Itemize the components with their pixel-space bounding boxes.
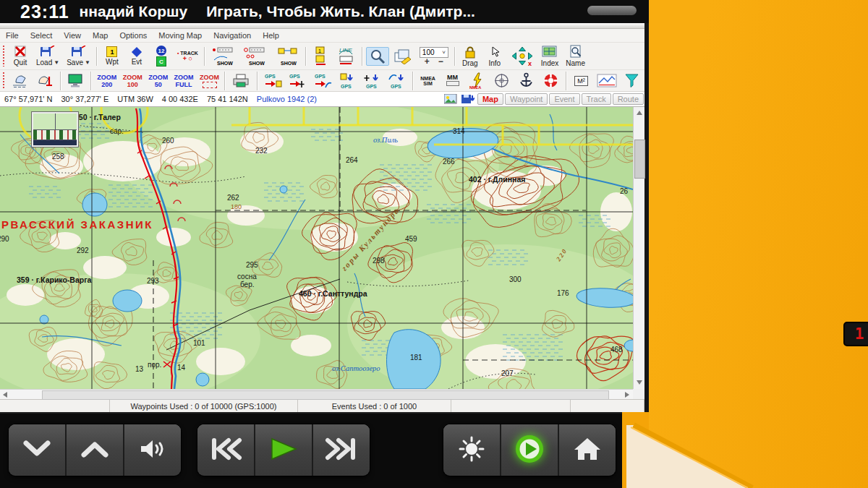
mode-button-event[interactable]: Event (549, 93, 579, 105)
name-search-button[interactable]: Name (563, 43, 588, 69)
toolbar-separator (362, 47, 363, 66)
toolbar-separator (412, 72, 414, 90)
svg-text:оз.Саптоозеро: оз.Саптоозеро (332, 364, 380, 372)
waypoint-marker-badge: 1 (843, 322, 868, 346)
menu-item-file[interactable]: File (0, 31, 25, 40)
nmea-simulator-button[interactable]: NMEASIM (417, 74, 440, 87)
zoom-full-button[interactable]: ZOOMFULL (171, 72, 195, 90)
scroll-up-arrow[interactable] (637, 111, 642, 115)
scroll-down-arrow[interactable] (637, 380, 642, 385)
volume-icon (136, 437, 169, 464)
nav-pad-button[interactable]: x (508, 44, 537, 68)
next-track-button[interactable] (313, 424, 370, 476)
svg-text:сосна: сосна (237, 273, 257, 281)
show-events-button[interactable]: SHOW (240, 45, 271, 67)
show-tracks-button[interactable]: SHOW (272, 45, 302, 67)
svg-text:GPS: GPS (265, 74, 276, 79)
menu-item-moving-map[interactable]: Moving Map (153, 31, 208, 40)
drag-lock-button[interactable]: Drag (459, 44, 482, 69)
svg-text:293: 293 (147, 277, 159, 285)
get-route-gps-button[interactable]: GPS (386, 71, 409, 91)
waypoint-button[interactable]: 1Wpt (101, 45, 124, 67)
map-features-button[interactable]: 12C (150, 44, 173, 68)
moving-map-button[interactable]: MM (441, 74, 464, 87)
save-button[interactable]: Save▼ (64, 44, 93, 68)
menu-item-options[interactable]: Options (114, 31, 153, 40)
prev-track-button[interactable] (197, 424, 255, 476)
svg-text:бер.: бер. (240, 281, 255, 288)
pan-ruler-button[interactable] (9, 72, 33, 90)
coordinate-bar: 67° 57,971' N30° 37,277' EUTM 36W4 00 43… (0, 92, 644, 107)
mode-button-waypoint[interactable]: Waypoint (505, 93, 548, 105)
image-tool-icon[interactable] (444, 94, 457, 104)
menu-item-help[interactable]: Help (257, 31, 285, 40)
send-wpt-gps-button[interactable]: GPS (261, 71, 285, 91)
quit-button[interactable]: Quit (9, 44, 32, 68)
profile-chart-button[interactable] (595, 72, 619, 89)
event-button[interactable]: Evt (125, 46, 148, 67)
play-button[interactable] (255, 424, 313, 476)
magnifier-button[interactable] (366, 47, 389, 66)
play-circle-button[interactable] (501, 424, 559, 476)
filter-button[interactable] (621, 72, 644, 90)
chevron-up-button[interactable] (67, 424, 124, 476)
chevron-down-icon (20, 439, 54, 462)
mode-button-map[interactable]: Map (477, 93, 503, 105)
coord-readout-1: 30° 37,277' E (56, 95, 113, 103)
map-index-button[interactable]: Index (538, 43, 561, 69)
svg-text:459: 459 (405, 235, 417, 243)
brightness-button[interactable] (443, 424, 501, 476)
waypoint-list-button[interactable]: 1 (310, 45, 333, 67)
home-button[interactable] (559, 424, 616, 476)
volume-button[interactable] (124, 424, 181, 476)
mode-button-route[interactable]: Route (613, 93, 644, 105)
zoom-50-button[interactable]: ZOOM50 (146, 72, 170, 90)
pin-tool-button[interactable] (33, 72, 57, 90)
show-waypoints-button[interactable]: SHOW (208, 45, 239, 67)
info-pointer-button[interactable]: Info (483, 44, 506, 69)
get-wpt-gps-button[interactable]: GPS (336, 71, 359, 91)
vertical-scrollbar[interactable] (633, 107, 644, 389)
position-fix-button[interactable] (490, 71, 514, 90)
scroll-right-arrow[interactable] (625, 392, 629, 398)
map-canvas[interactable]: 250 · г.Талерсар.258260оз.Пиль3142322642… (0, 107, 633, 389)
save-position-icon[interactable] (461, 94, 475, 104)
nmea-button[interactable]: NMEA (466, 71, 489, 91)
zoom-100-button[interactable]: ZOOM100 (120, 72, 144, 90)
menu-item-navigation[interactable]: Navigation (208, 31, 257, 40)
chevron-down-button[interactable] (9, 424, 67, 476)
menu-item-map[interactable]: Map (87, 31, 114, 40)
send-route-gps-button[interactable]: GPS (311, 71, 335, 91)
zoom-200-button[interactable]: ZOOM200 (95, 72, 119, 90)
screen-capture-button[interactable] (64, 72, 88, 90)
area-calc-button[interactable]: M² (570, 74, 593, 87)
horizontal-scrollbar[interactable] (0, 389, 633, 399)
clock: 23:11 (20, 1, 69, 22)
load-button[interactable]: Load▼ (33, 44, 62, 68)
svg-text:SHOW: SHOW (217, 61, 233, 66)
menu-item-select[interactable]: Select (25, 31, 59, 40)
coord-readout-3: 4 00 432E (158, 95, 203, 103)
svg-text:314: 314 (453, 127, 465, 135)
svg-text:GPS: GPS (315, 74, 326, 79)
map-overview-inset[interactable] (32, 112, 78, 147)
minimize-pill-button[interactable] (587, 6, 637, 15)
anchor-alarm-button[interactable] (515, 71, 538, 90)
zoom-window-button[interactable]: ZOOM (197, 72, 221, 90)
distance-line-button[interactable]: LINE (334, 45, 359, 67)
zoom-select-button[interactable]: 100˅+− (417, 46, 451, 67)
vertical-scroll-thumb[interactable] (634, 140, 645, 179)
scroll-left-arrow[interactable] (3, 392, 7, 398)
map-edit-button[interactable] (391, 47, 415, 66)
man-overboard-button[interactable] (540, 71, 563, 90)
horizontal-scroll-thumb[interactable] (42, 390, 609, 400)
mode-button-track[interactable]: Track (582, 93, 611, 105)
track-control-button[interactable]: ▪ TRACK+ ○ (174, 49, 201, 63)
menu-item-view[interactable]: View (58, 31, 87, 40)
toolbar-drag-handle[interactable] (1, 46, 7, 67)
get-track-gps-button[interactable]: GPS (361, 71, 385, 91)
toolbar-drag-handle[interactable] (1, 72, 7, 89)
print-button[interactable] (229, 72, 253, 90)
send-track-gps-button[interactable]: GPS (286, 71, 310, 91)
svg-text:SHOW: SHOW (281, 61, 297, 66)
